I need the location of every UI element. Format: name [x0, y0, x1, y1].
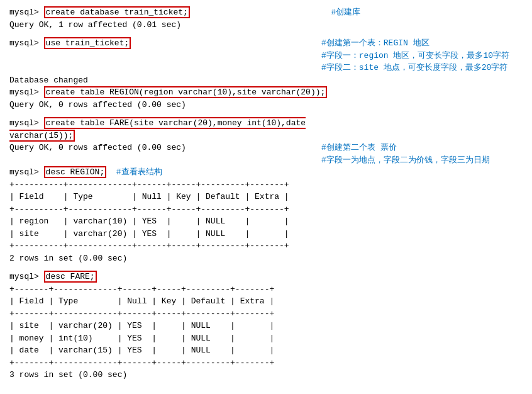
cmd-6: desc FARE; — [44, 271, 97, 283]
output-3: Query OK, 0 rows affected (0.00 sec) — [9, 99, 523, 111]
table-fare-header: | Field | Type | Null | Key | Default | … — [9, 295, 523, 308]
comment-5a: #创建第二个表 票价 — [321, 143, 397, 152]
table-region-row1: | region | varchar(10) | YES | | NULL | … — [9, 215, 523, 228]
blank-2 — [9, 111, 523, 117]
comment-6: #查看表结构 — [106, 167, 162, 177]
line-5: Query OK, 0 rows affected (0.00 sec) #创建… — [9, 142, 523, 166]
cmd-4: create table FARE(site varchar(20),money… — [9, 117, 306, 142]
comment-5b: #字段一为地点，字段二为价钱，字段三为日期 — [321, 155, 490, 165]
line-4: mysql> create table FARE(site varchar(20… — [9, 117, 523, 142]
table-fare-div1: +-------+-------------+------+-----+----… — [9, 283, 523, 296]
line-6: mysql> desc REGION; #查看表结构 — [9, 166, 523, 179]
output-2: Database changed — [9, 74, 523, 87]
terminal: mysql> create database train_ticket; #创建… — [9, 6, 523, 381]
line-5-left: Query OK, 0 rows affected (0.00 sec) — [9, 142, 321, 154]
line-1-left: mysql> create database train_ticket; — [9, 6, 321, 19]
table-region-header: | Field | Type | Null | Key | Default | … — [9, 191, 523, 203]
line-4-left: mysql> create table FARE(site varchar(20… — [9, 117, 321, 142]
prompt-2: mysql> — [9, 38, 44, 48]
comment-1: #创建库 — [321, 6, 523, 19]
table-fare-row1: | site | varchar(20) | YES | | NULL | | — [9, 320, 523, 332]
blank-3 — [9, 264, 523, 271]
table-fare-div2: +-------+-------------+------+-----+----… — [9, 308, 523, 320]
table-region-div2: +----------+-------------+------+-----+-… — [9, 203, 523, 216]
line-3: mysql> create table REGION(region varcha… — [9, 86, 523, 99]
prompt-3: mysql> — [9, 87, 44, 97]
line-1: mysql> create database train_ticket; #创建… — [9, 6, 523, 19]
comments-2: #创建第一个表：REGIN 地区 #字段一：region 地区，可变长字段，最多… — [321, 37, 523, 74]
prompt-4: mysql> — [9, 118, 44, 128]
comments-5: #创建第二个表 票价 #字段一为地点，字段二为价钱，字段三为日期 — [321, 142, 523, 166]
blank-1 — [9, 31, 523, 37]
cmd-3: create table REGION(region varchar(10),s… — [44, 86, 328, 98]
prompt-6: mysql> — [9, 272, 44, 281]
prompt-1: mysql> — [9, 8, 44, 17]
output-1: Query OK, 1 row affected (0.01 sec) — [9, 19, 523, 31]
cmd-1: create database train_ticket; — [44, 6, 190, 18]
cmd-5: desc REGION; — [44, 166, 107, 178]
table-region-row2: | site | varchar(20) | YES | | NULL | | — [9, 228, 523, 240]
table-region-div3: +----------+-------------+------+-----+-… — [9, 240, 523, 252]
table-fare-row3: | date | varchar(15) | YES | | NULL | | — [9, 344, 523, 357]
comment-2a: #创建第一个表：REGIN 地区 — [321, 38, 429, 48]
line-7: mysql> desc FARE; — [9, 271, 523, 283]
comment-2b: #字段一：region 地区，可变长字段，最多10字符 — [321, 51, 509, 60]
line-2: mysql> use train_ticket; #创建第一个表：REGIN 地… — [9, 37, 523, 74]
region-rowcount: 2 rows in set (0.00 sec) — [9, 252, 523, 265]
table-fare-row2: | money | int(10) | YES | | NULL | | — [9, 332, 523, 345]
comment-2c: #字段二：site 地点，可变长度字段，最多20字符 — [321, 63, 507, 72]
table-region-div1: +----------+-------------+------+-----+-… — [9, 179, 523, 191]
fare-rowcount: 3 rows in set (0.00 sec) — [9, 369, 523, 381]
output-4: Query OK, 0 rows affected (0.00 sec) — [9, 143, 186, 152]
prompt-5: mysql> — [9, 167, 44, 177]
table-fare-div3: +-------+-------------+------+-----+----… — [9, 357, 523, 369]
line-2-left: mysql> use train_ticket; — [9, 37, 321, 50]
cmd-2: use train_ticket; — [44, 37, 131, 49]
